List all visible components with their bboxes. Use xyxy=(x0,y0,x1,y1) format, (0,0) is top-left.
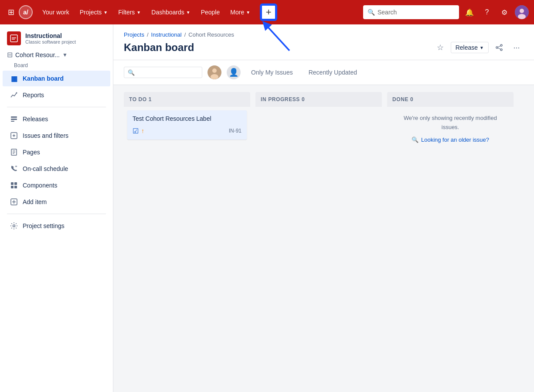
search-older-icon: 🔍 xyxy=(412,136,418,145)
project-name: Instructional xyxy=(25,32,76,39)
release-chevron-icon: ▼ xyxy=(480,45,484,50)
svg-rect-9 xyxy=(11,116,17,118)
svg-point-29 xyxy=(500,49,502,51)
svg-rect-6 xyxy=(12,37,16,38)
svg-point-26 xyxy=(13,225,15,227)
page-header: Projects / Instructional / Cohort Resour… xyxy=(113,24,534,60)
project-icon xyxy=(7,31,21,45)
board-search-input[interactable] xyxy=(137,69,198,76)
svg-rect-10 xyxy=(11,119,17,120)
filters-chevron-icon: ▼ xyxy=(136,10,141,15)
column-done-body: We're only showing recently modified iss… xyxy=(387,107,514,151)
user-avatar[interactable] xyxy=(515,5,529,19)
project-type: Classic software project xyxy=(25,39,76,44)
dashboards-chevron-icon: ▼ xyxy=(186,10,190,15)
column-inprogress: IN PROGRESS 0 xyxy=(255,92,382,194)
page-title: Kanban board xyxy=(124,41,428,54)
user-avatar-filter-1[interactable] xyxy=(207,65,221,79)
star-icon: ☆ xyxy=(437,43,444,52)
svg-rect-22 xyxy=(14,186,17,188)
sidebar-item-kanban-board[interactable]: ▦ Kanban board xyxy=(3,71,110,86)
issues-icon xyxy=(10,131,18,140)
done-empty-message: We're only showing recently modified iss… xyxy=(404,115,497,130)
help-icon[interactable]: ? xyxy=(480,5,494,19)
project-settings-icon xyxy=(10,222,18,230)
releases-icon xyxy=(10,115,18,123)
only-my-issues-filter[interactable]: Only My Issues xyxy=(246,66,298,78)
nav-more[interactable]: More ▼ xyxy=(226,6,255,18)
breadcrumb-projects[interactable]: Projects xyxy=(124,31,144,38)
pages-icon xyxy=(10,148,18,157)
more-icon: ··· xyxy=(513,43,520,52)
more-chevron-icon: ▼ xyxy=(246,10,250,15)
svg-rect-20 xyxy=(14,182,17,185)
main-layout: Instructional Classic software project ⊟… xyxy=(0,24,534,392)
kanban-icon: ▦ xyxy=(10,74,18,83)
user-avatar-filter-2[interactable]: 👤 xyxy=(227,65,241,79)
sidebar-item-oncall[interactable]: On-call schedule xyxy=(3,161,110,177)
nav-people[interactable]: People xyxy=(197,6,224,18)
svg-point-33 xyxy=(212,68,217,73)
svg-rect-11 xyxy=(11,121,14,122)
board-search-icon: 🔍 xyxy=(128,69,135,76)
breadcrumb-cohort: Cohort Resources xyxy=(188,31,234,38)
svg-rect-21 xyxy=(11,186,14,188)
board-section-header[interactable]: ⊟ Cohort Resour... ▼ xyxy=(0,49,113,62)
column-todo-header: TO DO 1 xyxy=(124,92,250,107)
svg-line-31 xyxy=(498,48,500,49)
oncall-icon xyxy=(10,164,18,173)
nav-your-work[interactable]: Your work xyxy=(38,6,74,18)
search-icon: 🔍 xyxy=(367,9,375,16)
board-columns: TO DO 1 Test Cohort Resources Label ☑ ↑ … xyxy=(124,92,524,266)
card-title: Test Cohort Resources Label xyxy=(133,115,241,123)
nav-filters[interactable]: Filters ▼ xyxy=(114,6,145,18)
nav-dashboards[interactable]: Dashboards ▼ xyxy=(147,6,194,18)
card-priority-icon: ↑ xyxy=(141,127,144,134)
board-toolbar: 🔍 👤 Only My Issues Recently Updated xyxy=(113,60,534,85)
app-logo[interactable]: a/ xyxy=(19,5,33,19)
release-button[interactable]: Release ▼ xyxy=(451,42,489,53)
sidebar-item-add-item[interactable]: Add item xyxy=(3,194,110,210)
sidebar-item-project-settings[interactable]: Project settings xyxy=(3,218,110,234)
svg-point-34 xyxy=(211,74,218,79)
board-search-field[interactable]: 🔍 xyxy=(124,67,202,78)
card-id: IN-91 xyxy=(229,128,241,134)
svg-point-27 xyxy=(500,44,502,46)
sidebar-item-components[interactable]: Components xyxy=(3,177,110,193)
card-checkbox-icon: ☑ xyxy=(133,127,139,135)
sidebar-item-reports[interactable]: Reports xyxy=(3,87,110,103)
settings-icon[interactable]: ⚙ xyxy=(497,5,511,19)
sidebar-item-pages[interactable]: Pages xyxy=(3,144,110,160)
svg-rect-5 xyxy=(10,35,17,42)
page-actions: ☆ Release ▼ ··· xyxy=(433,41,524,55)
column-inprogress-body xyxy=(255,107,382,194)
sidebar-item-releases[interactable]: Releases xyxy=(3,111,110,127)
svg-point-3 xyxy=(520,9,524,13)
older-issue-link[interactable]: 🔍 Looking for an older issue? xyxy=(394,136,507,145)
search-bar[interactable]: 🔍 Search xyxy=(363,5,459,19)
projects-chevron-icon: ▼ xyxy=(103,10,108,15)
svg-rect-19 xyxy=(11,182,14,185)
project-header: Instructional Classic software project xyxy=(0,24,113,49)
board-chevron-icon[interactable]: ▼ xyxy=(62,52,68,58)
logo-text: a/ xyxy=(23,9,28,16)
sidebar-item-issues-filters[interactable]: Issues and filters xyxy=(3,128,110,143)
main-content: Projects / Instructional / Cohort Resour… xyxy=(113,24,534,392)
svg-point-28 xyxy=(496,47,498,48)
grid-icon[interactable]: ⊞ xyxy=(5,5,17,20)
svg-line-30 xyxy=(498,46,500,48)
reports-icon xyxy=(10,91,18,99)
nav-projects[interactable]: Projects ▼ xyxy=(75,6,112,18)
breadcrumb-instructional[interactable]: Instructional xyxy=(151,31,182,38)
star-button[interactable]: ☆ xyxy=(433,41,447,55)
card-in-91[interactable]: Test Cohort Resources Label ☑ ↑ IN-91 xyxy=(127,110,247,140)
create-button[interactable]: + xyxy=(261,4,276,20)
share-button[interactable] xyxy=(492,41,506,55)
recently-updated-filter[interactable]: Recently Updated xyxy=(303,66,362,78)
svg-point-4 xyxy=(518,14,526,19)
column-done-header: DONE 0 xyxy=(387,92,514,107)
more-options-button[interactable]: ··· xyxy=(510,41,524,55)
notifications-icon[interactable]: 🔔 xyxy=(463,5,476,19)
breadcrumb: Projects / Instructional / Cohort Resour… xyxy=(124,31,524,38)
board-sub-label: Board xyxy=(0,62,113,70)
